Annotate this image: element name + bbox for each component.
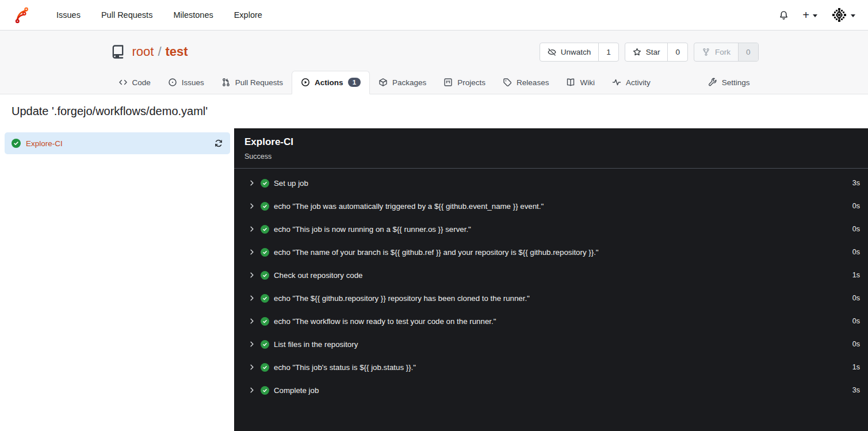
- navbar-item-explore[interactable]: Explore: [224, 7, 273, 23]
- package-icon: [378, 78, 388, 87]
- bell-icon: [779, 10, 789, 20]
- jobs-sidebar: Explore-CI: [0, 128, 234, 431]
- tab-projects[interactable]: Projects: [435, 71, 494, 94]
- chevron-right-icon[interactable]: [248, 364, 255, 371]
- tab-packages[interactable]: Packages: [370, 71, 435, 94]
- workflow-step[interactable]: echo "This job's status is ${{ job.statu…: [234, 356, 868, 379]
- job-success-icon: [12, 139, 21, 148]
- chevron-right-icon[interactable]: [248, 226, 255, 232]
- forgejo-logo[interactable]: [13, 6, 30, 24]
- job-log-panel: Explore-CI Success Set up job 3s echo "T…: [234, 128, 868, 431]
- refresh-icon[interactable]: [214, 139, 223, 148]
- chevron-right-icon[interactable]: [248, 203, 255, 209]
- navbar-item-pull-requests[interactable]: Pull Requests: [91, 7, 163, 23]
- repo-owner-link[interactable]: root: [132, 44, 154, 59]
- create-new-button[interactable]: +: [802, 9, 817, 21]
- tab-label: Issues: [182, 78, 204, 87]
- workflow-step[interactable]: Set up job 3s: [234, 171, 868, 194]
- tab-label: Activity: [626, 78, 651, 87]
- step-success-icon: [261, 248, 269, 257]
- repo-name-link[interactable]: test: [166, 44, 188, 59]
- tab-actions[interactable]: Actions 1: [292, 71, 370, 94]
- chevron-right-icon[interactable]: [248, 249, 255, 255]
- step-duration: 1s: [852, 271, 860, 279]
- step-duration: 1s: [852, 363, 860, 371]
- workflow-run-title: Update '.forgejo/workflows/demo.yaml': [0, 94, 868, 128]
- unwatch-label: Unwatch: [561, 48, 591, 56]
- avatar-identicon: [831, 7, 847, 23]
- tab-label: Settings: [722, 78, 750, 87]
- pulse-icon: [612, 78, 621, 87]
- navbar-right: +: [779, 7, 855, 23]
- tab-issues[interactable]: Issues: [159, 71, 213, 94]
- forks-count[interactable]: 0: [738, 43, 758, 61]
- workflow-run-view: Explore-CI Explore-CI Success Set up job…: [0, 128, 868, 431]
- fork-label: Fork: [715, 48, 731, 56]
- workflow-step[interactable]: echo "The name of your branch is ${{ git…: [234, 241, 868, 264]
- pull-request-icon: [221, 78, 231, 87]
- code-icon: [118, 78, 128, 87]
- watchers-count[interactable]: 1: [598, 43, 618, 61]
- tab-settings[interactable]: Settings: [699, 71, 759, 94]
- unwatch-button[interactable]: Unwatch: [540, 43, 599, 61]
- step-success-icon: [261, 363, 269, 372]
- step-duration: 3s: [852, 179, 860, 187]
- book-icon: [566, 78, 575, 87]
- step-duration: 0s: [852, 340, 860, 348]
- repository-book-icon: [110, 44, 126, 60]
- star-button[interactable]: Star: [625, 43, 668, 61]
- workflow-step[interactable]: echo "The ${{ github.repository }} repos…: [234, 287, 868, 310]
- repo-tabs: Code Issues Pull Requests Actions 1: [110, 71, 759, 94]
- fork-button-group: Fork 0: [694, 43, 759, 62]
- star-button-group: Star 0: [625, 43, 688, 62]
- play-circle-icon: [301, 78, 310, 87]
- job-name: Explore-CI: [26, 139, 63, 148]
- workflow-step[interactable]: Check out repository code 1s: [234, 264, 868, 287]
- tab-activity[interactable]: Activity: [603, 71, 659, 94]
- step-duration: 0s: [852, 225, 860, 233]
- notifications-button[interactable]: [779, 10, 789, 20]
- step-success-icon: [261, 386, 269, 395]
- repo-breadcrumb: root / test: [132, 44, 188, 59]
- star-label: Star: [646, 48, 660, 56]
- fork-button[interactable]: Fork: [694, 43, 738, 61]
- tab-code[interactable]: Code: [110, 71, 159, 94]
- workflow-step[interactable]: echo "This job is now running on a ${{ r…: [234, 218, 868, 241]
- chevron-right-icon[interactable]: [248, 295, 255, 302]
- workflow-step[interactable]: echo "The workflow is now ready to test …: [234, 310, 868, 333]
- repo-header: root / test Unwatch 1: [0, 30, 868, 94]
- step-success-icon: [261, 317, 269, 326]
- issue-icon: [168, 78, 177, 87]
- stars-count[interactable]: 0: [667, 43, 687, 61]
- repo-separator: /: [158, 44, 161, 59]
- chevron-right-icon[interactable]: [248, 318, 255, 325]
- unwatch-button-group: Unwatch 1: [540, 43, 619, 62]
- tab-label: Pull Requests: [235, 78, 283, 87]
- step-label: Set up job: [274, 179, 308, 188]
- user-menu-button[interactable]: [831, 7, 855, 23]
- job-item-explore-ci[interactable]: Explore-CI: [5, 132, 230, 154]
- workflow-step[interactable]: echo "The job was automatically triggere…: [234, 194, 868, 218]
- chevron-right-icon[interactable]: [248, 272, 255, 279]
- tab-label: Code: [132, 78, 151, 87]
- tab-pull-requests[interactable]: Pull Requests: [213, 71, 292, 94]
- fork-icon: [702, 48, 710, 56]
- tab-label: Packages: [392, 78, 426, 87]
- steps-list: Set up job 3s echo "The job was automati…: [234, 169, 868, 402]
- tab-wiki[interactable]: Wiki: [557, 71, 603, 94]
- step-label: echo "This job's status is ${{ job.statu…: [274, 363, 416, 372]
- step-label: Complete job: [274, 386, 319, 395]
- chevron-right-icon[interactable]: [248, 180, 255, 186]
- navbar-item-milestones[interactable]: Milestones: [163, 7, 223, 23]
- chevron-right-icon[interactable]: [248, 387, 255, 394]
- step-label: echo "The name of your branch is ${{ git…: [274, 248, 599, 257]
- workflow-step[interactable]: Complete job 3s: [234, 379, 868, 402]
- step-success-icon: [261, 294, 269, 303]
- chevron-right-icon[interactable]: [248, 341, 255, 348]
- navbar-item-issues[interactable]: Issues: [46, 7, 91, 23]
- tab-releases[interactable]: Releases: [494, 71, 557, 94]
- tab-label: Actions: [315, 78, 343, 87]
- step-success-icon: [261, 271, 269, 280]
- step-duration: 0s: [852, 202, 860, 210]
- workflow-step[interactable]: List files in the repository 0s: [234, 333, 868, 356]
